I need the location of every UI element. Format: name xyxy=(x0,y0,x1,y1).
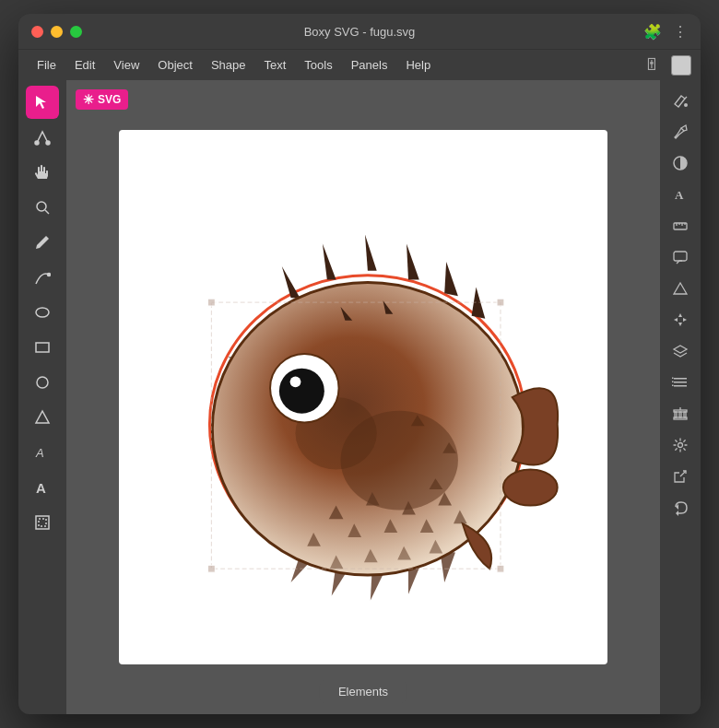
list-tool[interactable] xyxy=(666,368,695,397)
svg-tag-label: SVG xyxy=(98,93,121,106)
canvas-area[interactable]: ✳ SVG xyxy=(66,80,660,714)
svg-rect-58 xyxy=(497,565,504,572)
menubar-right: 🎚 xyxy=(640,53,691,76)
svg-point-5 xyxy=(48,274,51,276)
menubar: File Edit View Object Shape Text Tools P… xyxy=(18,49,701,80)
frame-tool[interactable] xyxy=(26,506,59,539)
svg-text:A: A xyxy=(675,188,684,202)
svg-point-1 xyxy=(35,141,39,145)
svg-rect-78 xyxy=(672,382,674,383)
maximize-button[interactable] xyxy=(70,26,82,38)
node-tool[interactable] xyxy=(26,121,59,154)
svg-marker-69 xyxy=(678,313,682,317)
menu-object[interactable]: Object xyxy=(148,54,202,76)
elements-label: Elements xyxy=(338,685,388,699)
svg-marker-72 xyxy=(683,318,687,322)
svg-rect-67 xyxy=(674,252,687,261)
svg-marker-18 xyxy=(407,243,419,279)
window-title: Boxy SVG - fugu.svg xyxy=(304,25,416,39)
text-tool[interactable]: A xyxy=(26,471,59,504)
svg-rect-84 xyxy=(684,412,686,417)
svg-marker-73 xyxy=(674,346,687,353)
puffer-fish-svg xyxy=(137,167,589,628)
svg-marker-0 xyxy=(36,96,46,109)
bank-icon[interactable] xyxy=(666,399,695,429)
svg-rect-85 xyxy=(674,417,687,419)
menu-help[interactable]: Help xyxy=(396,54,440,76)
svg-marker-71 xyxy=(674,318,678,322)
paint-bucket-tool[interactable] xyxy=(666,86,695,115)
svg-rect-77 xyxy=(672,378,674,380)
menu-panels[interactable]: Panels xyxy=(342,54,397,76)
svg-rect-79 xyxy=(672,385,674,387)
menu-view[interactable]: View xyxy=(104,54,148,76)
export-tool[interactable] xyxy=(666,462,695,491)
extensions-icon[interactable]: 🧩 xyxy=(643,23,662,41)
svg-marker-16 xyxy=(323,243,336,279)
traffic-lights xyxy=(31,26,82,38)
sliders-icon[interactable]: 🎚 xyxy=(640,53,664,76)
svg-point-35 xyxy=(290,376,301,387)
svg-rect-7 xyxy=(36,343,49,352)
main-area: A A ✳ SVG xyxy=(18,80,701,714)
svg-line-4 xyxy=(45,210,49,214)
svg-text:A: A xyxy=(36,480,46,496)
titlebar: Boxy SVG - fugu.svg 🧩 ⋮ xyxy=(18,14,701,49)
move-tool[interactable] xyxy=(666,305,695,335)
svg-rect-12 xyxy=(36,516,49,529)
svg-marker-9 xyxy=(36,411,49,423)
pen-tool[interactable] xyxy=(26,261,59,294)
svg-marker-19 xyxy=(444,262,458,296)
select-tool[interactable] xyxy=(26,86,59,119)
svg-rect-76 xyxy=(674,385,687,387)
comment-tool[interactable] xyxy=(666,242,695,272)
ruler-tool[interactable] xyxy=(666,211,695,241)
right-toolbar: A xyxy=(660,80,701,714)
menu-tools[interactable]: Tools xyxy=(295,54,341,76)
svg-marker-70 xyxy=(678,323,682,326)
asterisk-icon: ✳ xyxy=(83,92,94,107)
svg-tag-badge: ✳ SVG xyxy=(76,89,128,110)
minimize-button[interactable] xyxy=(51,26,63,38)
menu-edit[interactable]: Edit xyxy=(65,54,104,76)
menu-text[interactable]: Text xyxy=(254,54,295,76)
elements-bar[interactable]: Elements xyxy=(320,680,407,703)
undo-tool[interactable] xyxy=(666,493,695,523)
svg-rect-56 xyxy=(497,299,504,306)
triangle-tool[interactable] xyxy=(26,401,59,434)
svg-rect-57 xyxy=(207,565,215,572)
settings-tool[interactable] xyxy=(666,430,695,460)
more-icon[interactable]: ⋮ xyxy=(673,23,688,41)
brush-tool[interactable] xyxy=(666,117,695,147)
hand-tool[interactable] xyxy=(26,156,59,189)
canvas-container[interactable] xyxy=(119,130,607,664)
svg-marker-17 xyxy=(365,235,377,271)
svg-point-6 xyxy=(36,308,49,317)
svg-text:A: A xyxy=(35,446,44,460)
ellipse-tool[interactable] xyxy=(26,296,59,329)
titlebar-right: 🧩 ⋮ xyxy=(643,23,688,41)
svg-point-8 xyxy=(37,377,48,388)
svg-marker-68 xyxy=(674,283,687,294)
svg-rect-82 xyxy=(675,412,677,417)
close-button[interactable] xyxy=(31,26,43,38)
rectangle-tool[interactable] xyxy=(26,331,59,364)
zoom-tool[interactable] xyxy=(26,191,59,224)
svg-rect-13 xyxy=(39,519,46,526)
svg-point-32 xyxy=(503,469,558,505)
typography-tool[interactable]: A xyxy=(666,180,695,209)
circle-tool[interactable] xyxy=(26,366,59,399)
svg-rect-74 xyxy=(674,378,687,380)
triangle-panel-tool[interactable] xyxy=(666,274,695,303)
color-swatch[interactable] xyxy=(671,55,691,76)
layers-tool[interactable] xyxy=(666,336,695,366)
menu-file[interactable]: File xyxy=(28,54,65,76)
contrast-icon[interactable] xyxy=(666,148,695,178)
text-flow-tool[interactable]: A xyxy=(26,436,59,469)
svg-point-34 xyxy=(279,369,324,414)
menu-shape[interactable]: Shape xyxy=(202,54,255,76)
svg-point-2 xyxy=(46,141,50,145)
left-toolbar: A A xyxy=(18,80,66,714)
svg-marker-15 xyxy=(282,266,301,298)
pencil-tool[interactable] xyxy=(26,226,59,259)
